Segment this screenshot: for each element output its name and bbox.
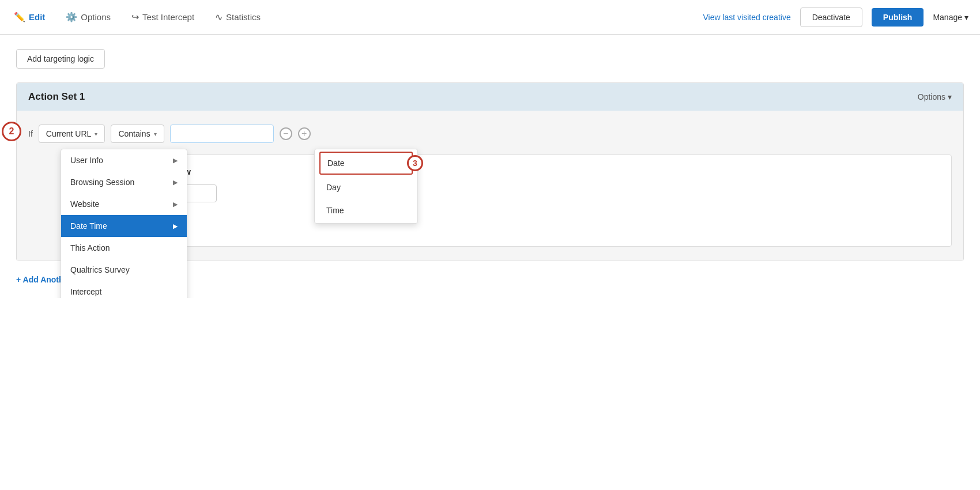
condition-dropdown-button[interactable]: Contains ▾ — [111, 125, 164, 143]
if-label: If — [28, 129, 33, 138]
manage-button[interactable]: Manage ▾ — [933, 13, 968, 22]
edit-icon: ✏️ — [14, 12, 25, 22]
nav-options-label: Options — [81, 12, 111, 22]
select-creative-title: Select a Creative to show — [86, 167, 940, 176]
step-2-badge: 2 — [2, 122, 21, 141]
top-nav: ✏️ Edit ⚙️ Options ↪ Test Intercept ∿ St… — [0, 0, 980, 35]
submenu-item-date[interactable]: Date 3 — [319, 152, 413, 175]
menu-item-qualtrics-survey[interactable]: Qualtrics Survey — [61, 259, 187, 281]
condition-caret-icon: ▾ — [154, 131, 157, 137]
publish-button[interactable]: Publish — [872, 8, 924, 27]
manage-label: Manage — [933, 13, 962, 22]
test-icon: ↪ — [131, 12, 139, 22]
arrow-icon: ▶ — [173, 157, 178, 164]
submenu-item-day[interactable]: Day — [317, 176, 415, 199]
nav-left: ✏️ Edit ⚙️ Options ↪ Test Intercept ∿ St… — [12, 12, 703, 22]
menu-item-browsing-session[interactable]: Browsing Session ▶ — [61, 171, 187, 193]
creative-section: Select a Creative to show Feedback Butto… — [74, 154, 952, 247]
menu-item-date-time[interactable]: Date Time ▶ — [61, 215, 187, 237]
creative-select-row: Feedback Button s... ▾ — [86, 184, 940, 202]
action-set-title: Action Set 1 — [28, 91, 85, 103]
nav-right: View last visited creative Deactivate Pu… — [703, 7, 968, 27]
add-targeting-button[interactable]: Add targeting logic — [16, 49, 105, 69]
view-last-creative-link[interactable]: View last visited creative — [703, 13, 790, 22]
remove-condition-button[interactable]: − — [280, 127, 292, 140]
chart-icon: ∿ — [215, 12, 223, 22]
action-set-options-label: Options — [918, 92, 945, 101]
url-dropdown-button[interactable]: Current URL ▾ — [39, 125, 105, 143]
date-time-submenu: Date 3 Day Time — [314, 149, 418, 224]
action-set-options-button[interactable]: Options ▾ — [918, 92, 952, 101]
url-caret-icon: ▾ — [95, 131, 97, 137]
manage-caret-icon: ▾ — [964, 13, 968, 22]
nav-test-label: Test Intercept — [142, 12, 194, 22]
nav-options[interactable]: ⚙️ Options — [63, 12, 113, 22]
nav-statistics-label: Statistics — [226, 12, 261, 22]
submenu-item-time[interactable]: Time — [317, 199, 415, 222]
add-condition-button[interactable]: + — [298, 127, 311, 140]
action-set-body: 2 If Current URL ▾ Contains ▾ − + U — [17, 111, 963, 261]
action-set-1: Action Set 1 Options ▾ 2 If Current URL … — [16, 82, 964, 261]
url-input[interactable] — [170, 125, 274, 143]
main-content: Add targeting logic Action Set 1 Options… — [0, 35, 980, 298]
menu-item-intercept[interactable]: Intercept — [61, 281, 187, 298]
if-row: 2 If Current URL ▾ Contains ▾ − + U — [28, 125, 952, 143]
menu-item-website[interactable]: Website ▶ — [61, 193, 187, 215]
condition-dropdown-label: Contains — [118, 129, 150, 138]
nav-edit-label: Edit — [29, 12, 45, 22]
url-dropdown-menu: User Info ▶ Browsing Session ▶ Website ▶… — [61, 149, 187, 298]
link-creative-label: Select a Creative to link to — [86, 212, 940, 221]
action-set-header: Action Set 1 Options ▾ — [17, 83, 963, 111]
url-dropdown-label: Current URL — [46, 129, 92, 138]
step-3-badge: 3 — [407, 155, 423, 171]
menu-item-this-action[interactable]: This Action — [61, 237, 187, 259]
link-creative-section: Select a Creative to link to ew survey — [86, 212, 940, 235]
action-set-options-caret: ▾ — [948, 92, 952, 101]
menu-item-user-info[interactable]: User Info ▶ — [61, 149, 187, 171]
arrow-icon: ▶ — [173, 179, 178, 186]
nav-edit[interactable]: ✏️ Edit — [12, 12, 47, 22]
nav-statistics[interactable]: ∿ Statistics — [213, 12, 263, 22]
arrow-icon: ▶ — [173, 201, 178, 208]
gear-icon: ⚙️ — [66, 12, 77, 22]
nav-test-intercept[interactable]: ↪ Test Intercept — [129, 12, 197, 22]
deactivate-button[interactable]: Deactivate — [800, 7, 862, 27]
arrow-active-icon: ▶ — [173, 223, 178, 230]
